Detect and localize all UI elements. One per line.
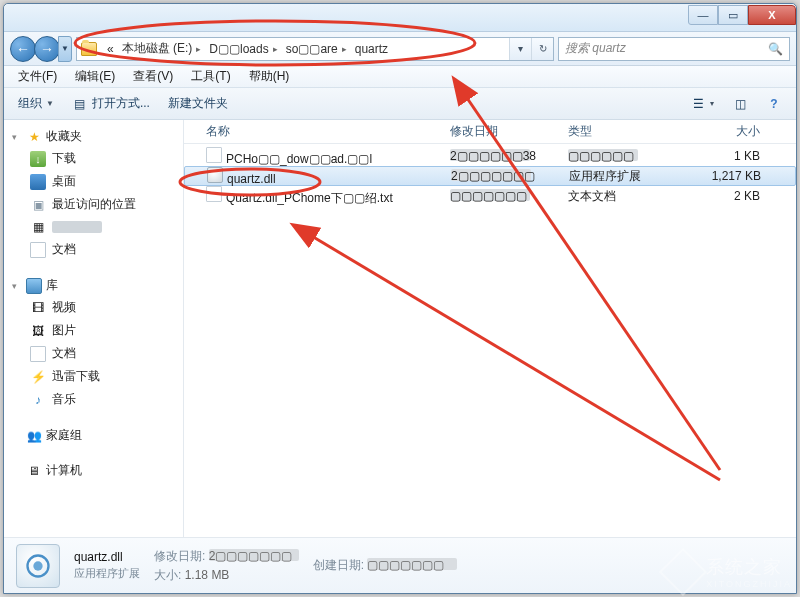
nav-row: ← → ▼ « 本地磁盘 (E:)▸ D▢▢loads▸ so▢▢are▸ qu…	[4, 32, 796, 66]
history-dropdown[interactable]: ▼	[58, 36, 72, 62]
file-type-icon	[206, 147, 222, 163]
file-row[interactable]: Quartz.dll_PChome下▢▢绍.txt ▢▢▢▢▢▢▢ 文本文档 2…	[184, 186, 796, 206]
sidebar-item-documents[interactable]: 文档	[8, 238, 183, 261]
thunder-icon: ⚡	[30, 369, 46, 385]
crumb-item[interactable]: so▢▢are▸	[282, 38, 351, 60]
forward-button[interactable]: →	[34, 36, 60, 62]
organize-button[interactable]: 组织▼	[12, 92, 60, 115]
file-row[interactable]: PCHo▢▢_dow▢▢ad.▢▢l 2▢▢▢▢▢▢38 ▢▢▢▢▢▢ 1 KB	[184, 146, 796, 166]
back-button[interactable]: ←	[10, 36, 36, 62]
sidebar-item-recent[interactable]: ▣最近访问的位置	[8, 193, 183, 216]
openwith-icon: ▤	[72, 96, 88, 112]
view-options-button[interactable]: ☰▾	[684, 93, 720, 115]
sidebar-item-pictures[interactable]: 🖼图片	[8, 319, 183, 342]
col-name[interactable]: 名称	[200, 123, 444, 140]
search-input[interactable]: 搜索 quartz 🔍	[558, 37, 790, 61]
help-button[interactable]: ?	[760, 93, 788, 115]
watermark-icon	[659, 548, 707, 596]
close-button[interactable]: X	[748, 5, 796, 25]
col-date[interactable]: 修改日期	[444, 123, 562, 140]
sidebar-item-documents-lib[interactable]: 文档	[8, 342, 183, 365]
menu-file[interactable]: 文件(F)	[10, 66, 65, 87]
sidebar-item-downloads[interactable]: ↓下载	[8, 147, 183, 170]
homegroup-icon: 👥	[26, 428, 42, 444]
view-icon: ☰	[690, 96, 706, 112]
document-icon	[30, 242, 46, 258]
address-bar[interactable]: « 本地磁盘 (E:)▸ D▢▢loads▸ so▢▢are▸ quartz ▾…	[76, 37, 554, 61]
watermark: 系统之家 XITONGZHIJIA	[666, 555, 792, 589]
explorer-window: — ▭ X ← → ▼ « 本地磁盘 (E:)▸ D▢▢loads▸ so▢▢a…	[3, 3, 797, 594]
sidebar-item-thunder[interactable]: ⚡迅雷下载	[8, 365, 183, 388]
search-placeholder: 搜索 quartz	[565, 40, 626, 57]
col-size[interactable]: 大小	[676, 123, 766, 140]
crumb-item[interactable]: 本地磁盘 (E:)▸	[118, 38, 206, 60]
details-icon	[16, 544, 60, 588]
openwith-button[interactable]: ▤打开方式...	[66, 92, 156, 115]
menu-edit[interactable]: 编辑(E)	[67, 66, 123, 87]
search-icon: 🔍	[768, 42, 783, 56]
titlebar: — ▭ X	[4, 4, 796, 32]
picture-icon: 🖼	[30, 323, 46, 339]
preview-icon: ◫	[732, 96, 748, 112]
column-headers: 名称 修改日期 类型 大小	[184, 120, 796, 144]
document-icon	[30, 346, 46, 362]
text-icon	[206, 186, 222, 202]
maximize-button[interactable]: ▭	[718, 5, 748, 25]
star-icon: ★	[26, 129, 42, 145]
download-icon: ↓	[30, 151, 46, 167]
homegroup-header[interactable]: 👥家庭组	[8, 425, 183, 446]
preview-pane-button[interactable]: ◫	[726, 93, 754, 115]
crumb-prefix: «	[103, 38, 118, 60]
details-size: 1.18 MB	[185, 568, 230, 582]
sidebar-item-blurred[interactable]: ▦▢▢▢	[8, 216, 183, 238]
dll-icon	[207, 167, 223, 183]
folder-icon	[81, 42, 97, 56]
refresh-button[interactable]: ↻	[531, 38, 553, 60]
favorites-header[interactable]: ▾★收藏夹	[8, 126, 183, 147]
menu-view[interactable]: 查看(V)	[125, 66, 181, 87]
menu-help[interactable]: 帮助(H)	[241, 66, 298, 87]
sidebar-item-music[interactable]: ♪音乐	[8, 388, 183, 411]
details-filename: quartz.dll	[74, 550, 140, 564]
crumb-item[interactable]: D▢▢loads▸	[205, 38, 281, 60]
video-icon: 🎞	[30, 300, 46, 316]
details-created: ▢▢▢▢▢▢▢	[367, 558, 457, 570]
toolbar: 组织▼ ▤打开方式... 新建文件夹 ☰▾ ◫ ?	[4, 88, 796, 120]
navigation-pane: ▾★收藏夹 ↓下载 桌面 ▣最近访问的位置 ▦▢▢▢ 文档 ▾库 🎞视频 🖼图片…	[4, 120, 184, 537]
library-icon	[26, 278, 42, 294]
sidebar-item-desktop[interactable]: 桌面	[8, 170, 183, 193]
computer-icon: 🖥	[26, 463, 42, 479]
file-list: PCHo▢▢_dow▢▢ad.▢▢l 2▢▢▢▢▢▢38 ▢▢▢▢▢▢ 1 KB…	[184, 144, 796, 206]
music-icon: ♪	[30, 392, 46, 408]
nav-buttons: ← → ▼	[10, 36, 72, 62]
generic-icon: ▦	[30, 219, 46, 235]
content-area: ▾★收藏夹 ↓下载 桌面 ▣最近访问的位置 ▦▢▢▢ 文档 ▾库 🎞视频 🖼图片…	[4, 120, 796, 537]
minimize-button[interactable]: —	[688, 5, 718, 25]
libraries-header[interactable]: ▾库	[8, 275, 183, 296]
crumb-item[interactable]: quartz	[351, 38, 392, 60]
svg-point-1	[33, 561, 42, 570]
recent-icon: ▣	[30, 197, 46, 213]
col-type[interactable]: 类型	[562, 123, 676, 140]
details-modified: 2▢▢▢▢▢▢▢	[209, 549, 299, 561]
menu-tools[interactable]: 工具(T)	[183, 66, 238, 87]
help-icon: ?	[766, 96, 782, 112]
menu-bar: 文件(F) 编辑(E) 查看(V) 工具(T) 帮助(H)	[4, 66, 796, 88]
desktop-icon	[30, 174, 46, 190]
details-filetype: 应用程序扩展	[74, 566, 140, 581]
address-dropdown[interactable]: ▾	[509, 38, 531, 60]
computer-header[interactable]: 🖥计算机	[8, 460, 183, 481]
newfolder-button[interactable]: 新建文件夹	[162, 92, 234, 115]
file-row-selected[interactable]: quartz.dll 2▢▢▢▢▢▢▢ 应用程序扩展 1,217 KB	[184, 166, 796, 186]
sidebar-item-videos[interactable]: 🎞视频	[8, 296, 183, 319]
files-pane: 名称 修改日期 类型 大小 PCHo▢▢_dow▢▢ad.▢▢l 2▢▢▢▢▢▢…	[184, 120, 796, 537]
